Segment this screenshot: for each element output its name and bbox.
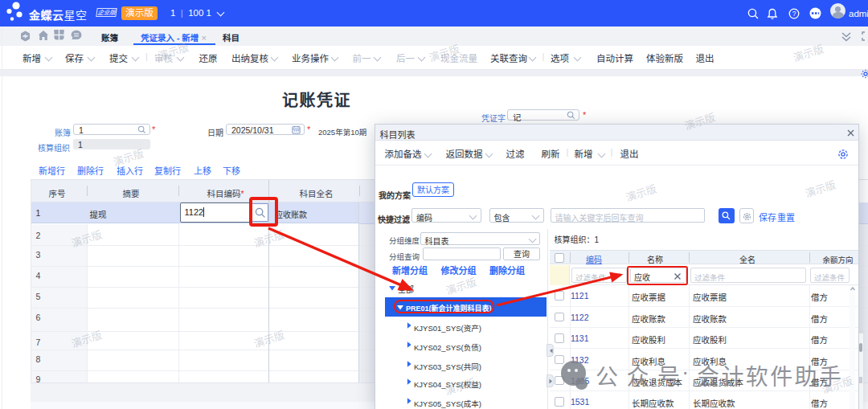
svg-text:?: ? <box>792 10 796 18</box>
